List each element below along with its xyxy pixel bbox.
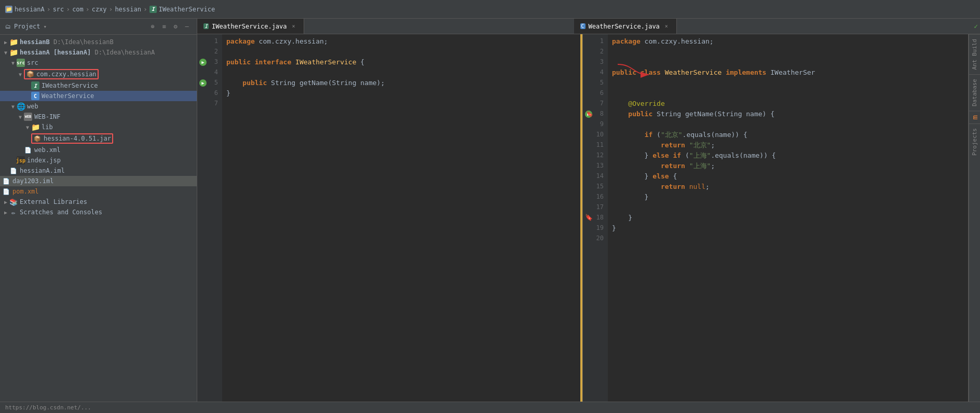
breadcrumb-czxy[interactable]: czxy	[92, 6, 107, 13]
rline-9: 9	[583, 119, 604, 130]
expand-arrow[interactable]: ▼	[2, 50, 9, 56]
expand-arrow[interactable]: ▼	[17, 114, 24, 120]
line-2: 2	[197, 47, 218, 57]
bottom-bar: https://blog.csdn.net/...	[0, 402, 980, 413]
iml-icon: 📄	[9, 167, 18, 175]
breadcrumb-hessian[interactable]: hessian	[115, 6, 141, 13]
project-icon: 🗂	[5, 23, 11, 30]
settings-icon[interactable]: ⚙	[171, 22, 180, 31]
tree-item-day1203iml[interactable]: 📄 day1203.iml	[0, 176, 197, 186]
webinf-icon: WEB	[24, 113, 32, 121]
tree-item-webinf[interactable]: ▼ WEB WEB-INF	[0, 112, 197, 122]
rcode-line-8: public String getName(String name) {	[612, 109, 964, 119]
rline-18: 🔖 18	[583, 213, 604, 223]
tree-item-hessianB[interactable]: ▶ 📁 hessianB D:\Idea\hessianB	[0, 37, 197, 47]
tree-item-webxml[interactable]: 📄 web.xml	[0, 145, 197, 155]
left-code-content[interactable]: package com.czxy.hessian; public interfa…	[222, 34, 580, 402]
tree-item-package[interactable]: ▼ 📦 com.czxy.hessian	[0, 68, 197, 80]
rcode-line-11: return "北京";	[612, 140, 964, 150]
extlib-icon: 📚	[9, 198, 18, 206]
tree-item-iweatherservice[interactable]: I IWeatherService	[0, 80, 197, 91]
breadcrumb-hessianA[interactable]: 📁 hessianA	[5, 6, 45, 13]
tree-item-web[interactable]: ▼ 🌐 web	[0, 101, 197, 112]
expand-arrow[interactable]: ▶	[2, 39, 9, 45]
web-icon: 🌐	[17, 102, 25, 111]
database-tab[interactable]: Database	[969, 74, 980, 111]
tree-item-pomxml[interactable]: 📄 pom.xml	[0, 186, 197, 197]
tree-item-scratches[interactable]: ▶ ✏️ Scratches and Consoles	[0, 207, 197, 217]
tree-item-indexjsp[interactable]: jsp index.jsp	[0, 155, 197, 166]
projects-tab[interactable]: Projects	[969, 123, 980, 160]
tree-item-weatherservice[interactable]: C WeatherService	[0, 91, 197, 101]
code-line-1: package com.czxy.hessian;	[226, 36, 576, 47]
left-gutter: 1 2 ▶ 3 4 ▶ 5 6 7	[197, 34, 222, 402]
jar-red-outline: 📦 hessian-4.0.51.jar	[31, 133, 113, 144]
rcode-line-13: return "上海";	[612, 161, 964, 171]
code-line-5: public String getName(String name);	[226, 78, 576, 88]
iml-icon: 📄	[2, 177, 10, 185]
lib-icon: 📁	[31, 123, 39, 131]
rcode-line-18: }	[612, 213, 964, 223]
tree-item-hessianA[interactable]: ▼ 📁 hessianA [hessianA] D:\Idea\hessianA	[0, 47, 197, 58]
rline-8: ▶ 🔖 8	[583, 109, 604, 119]
expand-arrow[interactable]: ▶	[2, 210, 9, 215]
right-editor-pane: 1 2 3 4 5 6 7 ▶ 🔖 8 9 10 11 12	[583, 34, 969, 402]
ant-build-tab[interactable]: Ant Build	[969, 34, 980, 74]
package-red-outline: 📦 com.czxy.hessian	[24, 69, 99, 79]
collapse-all-icon[interactable]: ≡	[159, 22, 169, 31]
rcode-line-14: } else {	[612, 171, 964, 182]
scratches-icon: ✏️	[9, 208, 18, 216]
rline-14: 14	[583, 171, 604, 182]
tab-close-weatherservice[interactable]: ×	[663, 23, 670, 30]
code-line-4	[226, 67, 576, 78]
rline-5: 5	[583, 78, 604, 88]
line-5: ▶ 5	[197, 78, 218, 88]
rline-16: 16	[583, 192, 604, 202]
editor-area: I IWeatherService.java × C WeatherServic…	[197, 19, 980, 402]
breadcrumb-src[interactable]: src	[53, 6, 64, 13]
sidebar: 🗂 Project ▾ ⊕ ≡ ⚙ — ▶ 📁 hessianB D:\Idea…	[0, 19, 197, 402]
xml-icon: 📄	[24, 146, 32, 154]
locate-icon[interactable]: ⊕	[148, 22, 157, 31]
rline-4: 4	[583, 67, 604, 78]
inspection-ok: ✓	[974, 19, 980, 34]
right-code-content[interactable]: package com.czxy.hessian; public class W…	[608, 34, 968, 402]
module-icon: 📁	[9, 48, 18, 57]
class-tab-icon: C	[580, 23, 586, 29]
rcode-line-3	[612, 57, 964, 67]
bookmark-icon: 🔖	[586, 109, 593, 119]
sidebar-title: 🗂 Project ▾	[5, 23, 47, 30]
expand-arrow[interactable]: ▼	[9, 60, 17, 66]
rcode-line-2	[612, 47, 964, 57]
tree-item-hessianaiml[interactable]: 📄 hessianA.iml	[0, 166, 197, 176]
maven-tab[interactable]: m	[969, 111, 981, 123]
rcode-line-17	[612, 202, 964, 213]
rcode-line-12: } else if ("上海".equals(name)) {	[612, 150, 964, 161]
breadcrumb-com[interactable]: com	[72, 6, 84, 13]
tree-item-external-libraries[interactable]: ▶ 📚 External Libraries	[0, 197, 197, 207]
rcode-line-4: public class WeatherService implements I…	[612, 67, 964, 78]
tab-weatherservice[interactable]: C WeatherService.java ×	[574, 19, 677, 34]
tree-item-src[interactable]: ▼ src src	[0, 58, 197, 68]
line-4: 4	[197, 67, 218, 78]
rcode-line-15: return null;	[612, 182, 964, 192]
hide-icon[interactable]: —	[182, 22, 192, 31]
expand-arrow[interactable]: ▼	[9, 104, 17, 109]
tree-item-hessianjar[interactable]: 📦 hessian-4.0.51.jar	[0, 132, 197, 145]
expand-arrow[interactable]: ▶	[2, 199, 9, 205]
expand-arrow[interactable]: ▼	[17, 72, 24, 77]
tab-iweatherservice[interactable]: I IWeatherService.java ×	[197, 19, 304, 34]
expand-arrow[interactable]: ▼	[24, 125, 31, 130]
rline-13: 13	[583, 161, 604, 171]
tree-item-lib[interactable]: ▼ 📁 lib	[0, 122, 197, 132]
breadcrumb-iweatherservice[interactable]: I IWeatherService	[149, 6, 215, 13]
rcode-line-7: @Override	[612, 99, 964, 109]
run-icon: ▶	[199, 79, 207, 87]
sidebar-header: 🗂 Project ▾ ⊕ ≡ ⚙ —	[0, 19, 197, 35]
rline-19: 19	[583, 223, 604, 233]
tab-close-iweatherservice[interactable]: ×	[290, 23, 297, 30]
fold-icon: 🔖	[585, 213, 593, 223]
rcode-line-20	[612, 233, 964, 244]
rcode-line-19: }	[612, 223, 964, 233]
code-line-6: }	[226, 88, 576, 99]
